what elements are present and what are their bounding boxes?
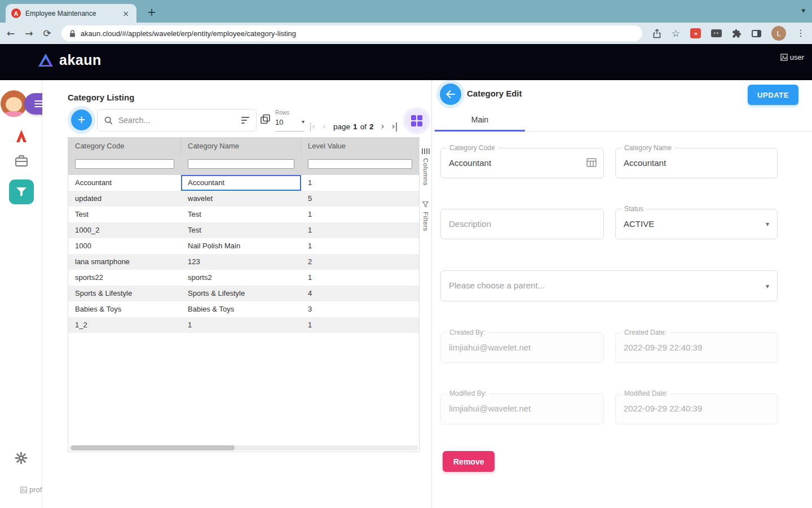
- table-cell[interactable]: 3: [301, 301, 419, 317]
- table-cell[interactable]: 123: [181, 254, 301, 270]
- share-icon[interactable]: [652, 29, 661, 38]
- table-row[interactable]: TestTest1: [68, 207, 419, 222]
- category-code-field[interactable]: Category Code Accountant: [440, 148, 604, 178]
- browser-profile-avatar[interactable]: L: [771, 26, 786, 41]
- table-cell[interactable]: sports2: [181, 270, 301, 286]
- table-cell[interactable]: updated: [68, 191, 181, 207]
- profile-avatar-image[interactable]: [1, 90, 27, 117]
- first-page-button[interactable]: |‹: [309, 122, 315, 131]
- description-field[interactable]: Description: [440, 209, 604, 239]
- scrollbar-thumb[interactable]: [71, 445, 235, 450]
- table-cell[interactable]: 2: [301, 254, 419, 270]
- rail-item-active-applet[interactable]: [0, 179, 42, 204]
- filter-input-category-code[interactable]: [75, 159, 174, 169]
- table-row[interactable]: sports22sports21: [68, 270, 419, 286]
- table-cell[interactable]: 1: [301, 222, 419, 238]
- table-cell[interactable]: 1: [301, 175, 419, 191]
- profile-broken-image[interactable]: profi: [20, 485, 43, 494]
- table-row[interactable]: AccountantAccountant1: [68, 175, 419, 191]
- url-bar[interactable]: akaun.cloud/#/applets/wavelet/erp/entity…: [61, 25, 642, 41]
- rail-item-settings[interactable]: [0, 452, 42, 465]
- filter-list-icon[interactable]: [241, 117, 249, 124]
- next-page-button[interactable]: ›: [381, 122, 384, 131]
- table-row[interactable]: 1000Nail Polish Main1: [68, 238, 419, 254]
- extensions-puzzle-icon[interactable]: [732, 29, 742, 38]
- new-tab-button[interactable]: +: [144, 5, 159, 19]
- prev-page-button[interactable]: ‹: [323, 122, 326, 131]
- table-row[interactable]: Sports & LifestyleSports & Lifestyle4: [68, 286, 419, 301]
- table-cell[interactable]: 1: [181, 317, 301, 333]
- table-row[interactable]: lana smartphone1232: [68, 254, 419, 270]
- back-icon[interactable]: ←: [7, 29, 15, 38]
- lookup-table-icon[interactable]: [586, 158, 597, 169]
- red-extension-icon[interactable]: »: [690, 28, 701, 38]
- filter-input-category-name[interactable]: [188, 159, 294, 169]
- table-cell[interactable]: 5: [301, 191, 419, 207]
- add-category-button[interactable]: +: [71, 110, 92, 130]
- edit-title: Category Edit: [467, 89, 522, 98]
- table-cell[interactable]: 4: [301, 286, 419, 301]
- back-button[interactable]: [440, 84, 461, 105]
- table-cell[interactable]: 1: [301, 238, 419, 254]
- table-row[interactable]: updatedwavelet5: [68, 191, 419, 207]
- table-row[interactable]: Babies & ToysBabies & Toys3: [68, 301, 419, 317]
- edit-tabs: Main: [432, 111, 812, 132]
- rail-item-briefcase[interactable]: [0, 155, 42, 167]
- side-panel-icon[interactable]: [752, 30, 761, 37]
- table-cell[interactable]: wavelet: [181, 191, 301, 207]
- table-cell[interactable]: Accountant: [68, 175, 181, 191]
- table-row[interactable]: 1000_2Test1: [68, 222, 419, 238]
- table-cell[interactable]: Nail Polish Main: [181, 238, 301, 254]
- dark-extension-icon[interactable]: ••: [711, 29, 722, 37]
- category-funnel-icon: [15, 186, 28, 198]
- akaun-logo[interactable]: akaun: [37, 52, 102, 68]
- table-cell[interactable]: lana smartphone: [68, 254, 181, 270]
- table-cell[interactable]: Test: [181, 222, 301, 238]
- header-category-code[interactable]: Category Code: [68, 138, 181, 155]
- update-button[interactable]: UPDATE: [748, 85, 798, 105]
- tab-search-chevron-icon[interactable]: ▾: [801, 6, 805, 15]
- table-cell[interactable]: 1: [301, 317, 419, 333]
- table-cell[interactable]: sports22: [68, 270, 181, 286]
- browser-tab[interactable]: A Employee Maintenance ×: [6, 4, 136, 23]
- parent-select[interactable]: Please choose a parent... ▾: [440, 270, 778, 301]
- user-broken-image[interactable]: user: [780, 53, 804, 62]
- horizontal-scrollbar[interactable]: [69, 445, 418, 450]
- table-cell[interactable]: Test: [68, 207, 181, 222]
- table-cell[interactable]: 1_2: [68, 317, 181, 333]
- table-row[interactable]: 1_211: [68, 317, 419, 333]
- lock-icon[interactable]: [69, 30, 76, 37]
- table-cell[interactable]: Sports & Lifestyle: [68, 286, 181, 301]
- category-name-label: Category Name: [621, 144, 674, 152]
- table-cell[interactable]: 1000_2: [68, 222, 181, 238]
- columns-toggle[interactable]: Columns: [422, 158, 429, 186]
- header-level-value[interactable]: Level Value: [301, 138, 419, 155]
- kebab-menu-icon[interactable]: ⋮: [796, 29, 805, 38]
- status-select[interactable]: Status ACTIVE ▾: [615, 209, 778, 239]
- table-cell[interactable]: Accountant: [181, 175, 301, 191]
- table-cell[interactable]: Babies & Toys: [181, 301, 301, 317]
- pages-icon[interactable]: [260, 114, 271, 127]
- table-cell[interactable]: 1: [301, 270, 419, 286]
- category-name-field[interactable]: Category Name Accountant: [615, 148, 778, 178]
- grid-view-button[interactable]: [406, 110, 427, 132]
- rail-item-pdf[interactable]: [0, 129, 42, 143]
- remove-button[interactable]: Remove: [443, 451, 495, 472]
- table-cell[interactable]: Sports & Lifestyle: [181, 286, 301, 301]
- table-cell[interactable]: Test: [181, 207, 301, 222]
- last-page-button[interactable]: ›|: [391, 122, 398, 131]
- table-cell[interactable]: 1: [301, 207, 419, 222]
- filter-input-level-value[interactable]: [308, 159, 412, 169]
- bookmark-star-icon[interactable]: ☆: [672, 29, 680, 38]
- tab-main[interactable]: Main: [435, 111, 525, 131]
- table-cell[interactable]: Babies & Toys: [68, 301, 181, 317]
- reload-icon[interactable]: ⟳: [43, 29, 51, 38]
- search-input[interactable]: [117, 115, 237, 125]
- table-cell[interactable]: 1000: [68, 238, 181, 254]
- active-applet-tile[interactable]: [9, 179, 34, 204]
- forward-icon[interactable]: →: [25, 29, 33, 38]
- header-category-name[interactable]: Category Name: [181, 138, 301, 155]
- filters-toggle[interactable]: Filters: [422, 212, 429, 231]
- tab-close-icon[interactable]: ×: [121, 8, 131, 19]
- rows-per-page-select[interactable]: Rows 10 ▾: [275, 110, 304, 132]
